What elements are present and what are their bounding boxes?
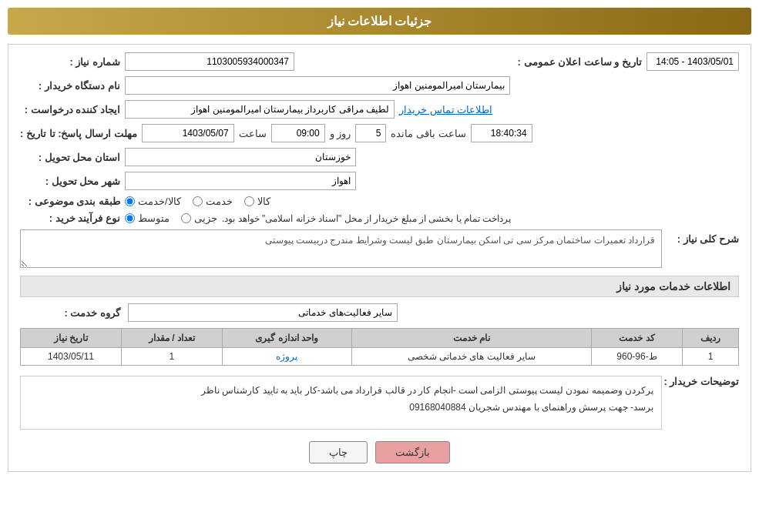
purchase-motavasset-radio[interactable] [125,213,135,223]
services-table: ردیف کد خدمت نام خدمت واحد اندازه گیری ت… [20,328,739,366]
category-kala-khedmat-label: کالا/خدمت [138,196,181,207]
announce-date-label: تاریخ و ساعت اعلان عمومی : [518,56,642,68]
purchase-jozi-label: جزیی [194,212,217,224]
cell-name: سایر فعالیت های خدماتی شخصی [351,348,592,366]
contact-info-link[interactable]: اطلاعات تماس خریدار [399,104,492,115]
col-unit: واحد اندازه گیری [222,329,351,348]
remaining-label: ساعت باقی مانده [391,128,465,139]
service-info-section-header: اطلاعات خدمات مورد نیاز [20,276,739,297]
need-number-input[interactable] [125,52,294,71]
print-button[interactable]: چاپ [309,441,368,463]
city-input[interactable] [125,172,356,190]
buyer-notes-line1: پرکردن وضمیمه نمودن لیست پیوستی الزامی ا… [29,383,653,400]
purchase-type-radio-group: جزیی متوسط [125,212,217,224]
cell-unit: پروژه [222,348,351,366]
time-label: ساعت [239,128,267,139]
response-date-input[interactable] [142,124,234,142]
payment-note-text: پرداخت تمام یا بخشی از مبلغ خریدار از مح… [222,213,511,224]
services-table-section: ردیف کد خدمت نام خدمت واحد اندازه گیری ت… [20,328,739,366]
need-number-label: شماره نیاز : [20,56,120,68]
category-kala-label: کالا [257,196,270,207]
response-days-input[interactable] [355,124,386,142]
purchase-type-label: نوع فرآیند خرید : [20,212,120,224]
org-name-label: نام دستگاه خریدار : [20,80,120,92]
province-label: استان محل تحویل : [20,152,120,163]
creator-label: ایجاد کننده درخواست : [20,104,120,115]
cell-row: 1 [682,348,738,366]
action-buttons: بازگشت چاپ [20,441,739,463]
col-qty: تعداد / مقدار [121,329,222,348]
response-time-input[interactable] [271,124,325,142]
category-khedmat-radio[interactable] [193,196,203,206]
cell-qty: 1 [121,348,222,366]
category-kala-khedmat-radio[interactable] [125,196,135,206]
buyer-notes-label: توضیحات خریدار : [670,372,739,387]
buyer-notes-content: پرکردن وضمیمه نمودن لیست پیوستی الزامی ا… [20,376,662,430]
cell-code: ط-96-960 [592,348,683,366]
day-label: روز و [330,128,351,139]
page-title: جزئیات اطلاعات نیاز [8,8,751,35]
category-radio-group: کالا خدمت کالا/خدمت [125,196,270,207]
category-kala-radio[interactable] [244,196,254,206]
col-row: ردیف [682,329,738,348]
col-name: نام خدمت [351,329,592,348]
org-name-input[interactable] [125,76,510,95]
description-label: شرح کلی نیاز : [670,229,739,245]
purchase-motavasset-label: متوسط [138,212,170,224]
category-label: طبقه بندی موضوعی : [20,196,120,207]
service-group-input[interactable] [128,303,398,322]
description-textarea[interactable]: قرارداد تعمیرات ساختمان مرکز سی تی اسکن … [20,229,662,268]
province-input[interactable] [125,148,356,166]
col-date: تاریخ نیاز [21,329,122,348]
buyer-notes-line2: برسد- جهت پرسش وراهنمای با مهندس شجریان … [29,400,653,417]
creator-input[interactable] [125,100,395,119]
cell-date: 1403/05/11 [21,348,122,366]
category-khedmat-label: خدمت [206,196,233,207]
back-button[interactable]: بازگشت [375,441,450,463]
purchase-jozi-radio[interactable] [181,213,191,223]
announce-date-input[interactable] [646,52,739,71]
table-row: 1 ط-96-960 سایر فعالیت های خدماتی شخصی پ… [21,348,739,366]
service-group-label: گروه خدمت : [20,307,120,319]
response-deadline-label: مهلت ارسال پاسخ: تا تاریخ : [20,128,137,139]
col-code: کد خدمت [592,329,683,348]
remaining-time-input[interactable] [471,124,532,142]
city-label: شهر محل تحویل : [20,176,120,187]
